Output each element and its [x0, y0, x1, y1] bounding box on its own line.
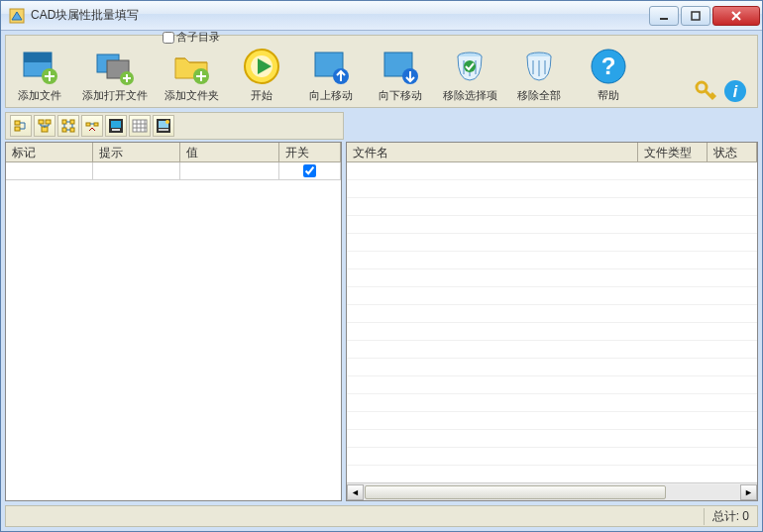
remove-selected-label: 移除选择项 — [443, 88, 497, 103]
move-up-button[interactable]: 向上移动 — [303, 47, 359, 103]
strip-btn-1[interactable] — [10, 115, 32, 137]
row-switch-checkbox[interactable] — [303, 164, 316, 177]
svg-rect-29 — [62, 120, 66, 124]
move-down-label: 向下移动 — [379, 88, 422, 103]
maximize-button[interactable] — [681, 6, 710, 26]
svg-rect-2 — [692, 12, 700, 20]
col-filetype[interactable]: 文件类型 — [638, 143, 708, 161]
app-icon — [9, 8, 25, 24]
svg-rect-37 — [112, 129, 120, 131]
add-open-file-label: 添加打开文件 — [82, 88, 148, 103]
col-switch[interactable]: 开关 — [279, 143, 341, 161]
scroll-right-button[interactable]: ► — [740, 484, 757, 500]
col-filename[interactable]: 文件名 — [347, 143, 638, 161]
remove-all-icon — [519, 47, 559, 86]
svg-rect-27 — [46, 120, 51, 124]
svg-rect-41 — [159, 129, 168, 131]
svg-rect-31 — [62, 128, 66, 132]
cell-mark[interactable] — [6, 162, 93, 179]
svg-rect-30 — [70, 120, 74, 124]
add-folder-icon — [171, 47, 211, 86]
svg-rect-34 — [94, 123, 98, 126]
svg-rect-24 — [15, 121, 20, 125]
strip-btn-4[interactable] — [81, 115, 103, 137]
strip-btn-7[interactable] — [153, 115, 174, 137]
file-list-header: 文件名 文件类型 状态 — [347, 143, 757, 162]
strip-btn-2[interactable] — [34, 115, 55, 137]
add-open-file-icon — [95, 47, 135, 86]
status-total: 总计: 0 — [704, 508, 749, 525]
move-up-icon — [311, 47, 351, 86]
help-icon: ? — [589, 47, 628, 86]
remove-selected-button[interactable]: 移除选择项 — [442, 47, 497, 103]
window-buttons — [647, 6, 760, 26]
attribute-grid-body[interactable] — [6, 162, 341, 500]
start-label: 开始 — [251, 88, 272, 103]
status-bar: 总计: 0 — [5, 505, 758, 527]
help-label: 帮助 — [598, 88, 619, 103]
key-icon[interactable] — [694, 79, 717, 103]
minimize-button[interactable] — [649, 6, 679, 26]
move-down-button[interactable]: 向下移动 — [373, 47, 428, 103]
status-total-label: 总计: — [712, 509, 739, 523]
add-folder-group: 含子目录 添加文件夹 — [163, 30, 220, 103]
cell-hint[interactable] — [93, 162, 180, 179]
remove-all-label: 移除全部 — [517, 88, 561, 103]
strip-btn-6[interactable] — [129, 115, 151, 137]
info-icon[interactable]: i — [723, 79, 747, 103]
add-file-button[interactable]: 添加文件 — [12, 47, 67, 103]
file-list-body[interactable] — [347, 162, 757, 482]
cell-switch[interactable] — [279, 162, 341, 179]
help-button[interactable]: ? 帮助 — [581, 47, 636, 103]
move-down-icon — [381, 47, 420, 86]
svg-rect-25 — [15, 127, 20, 131]
svg-rect-4 — [24, 53, 52, 62]
include-subfolders-checkbox[interactable]: 含子目录 — [163, 30, 220, 45]
scroll-thumb[interactable] — [365, 485, 666, 499]
include-subfolders-input[interactable] — [163, 32, 174, 44]
status-total-value: 0 — [742, 509, 749, 523]
svg-point-17 — [464, 60, 476, 72]
window-title: CAD块属性批量填写 — [31, 7, 647, 24]
titlebar: CAD块属性批量填写 — [1, 1, 762, 31]
horizontal-scrollbar[interactable]: ◄ ► — [347, 482, 757, 500]
start-button[interactable]: 开始 — [234, 47, 289, 103]
col-value[interactable]: 值 — [180, 143, 279, 161]
attribute-grid[interactable]: 标记 提示 值 开关 — [5, 142, 342, 501]
svg-rect-33 — [86, 123, 90, 126]
strip-btn-3[interactable] — [57, 115, 79, 137]
svg-text:?: ? — [601, 53, 616, 79]
include-subfolders-label: 含子目录 — [176, 30, 220, 45]
close-button[interactable] — [712, 6, 760, 26]
col-hint[interactable]: 提示 — [93, 143, 180, 161]
svg-rect-32 — [70, 128, 74, 132]
scroll-left-button[interactable]: ◄ — [347, 484, 364, 500]
remove-selected-icon — [450, 47, 490, 86]
toolbar-right: i — [694, 79, 747, 103]
add-folder-button[interactable]: 添加文件夹 — [164, 47, 219, 103]
svg-point-42 — [165, 120, 169, 124]
svg-rect-26 — [39, 120, 44, 124]
right-pane: 文件名 文件类型 状态 ◄ ► — [346, 142, 758, 501]
svg-text:i: i — [733, 83, 738, 100]
main-area: 标记 提示 值 开关 文件名 文 — [1, 142, 762, 505]
col-status[interactable]: 状态 — [708, 143, 757, 161]
strip-btn-5[interactable] — [105, 115, 127, 137]
attribute-grid-header: 标记 提示 值 开关 — [6, 143, 341, 162]
file-list[interactable]: 文件名 文件类型 状态 ◄ ► — [346, 142, 758, 501]
cell-value[interactable] — [180, 162, 279, 179]
remove-all-button[interactable]: 移除全部 — [511, 47, 567, 103]
secondary-toolbar — [5, 112, 344, 140]
svg-rect-36 — [111, 121, 121, 128]
add-folder-label: 添加文件夹 — [164, 88, 219, 103]
add-file-icon — [20, 47, 59, 86]
add-file-label: 添加文件 — [18, 88, 61, 103]
col-mark[interactable]: 标记 — [6, 143, 93, 161]
start-icon — [242, 47, 281, 86]
scroll-track[interactable] — [364, 484, 740, 500]
app-window: CAD块属性批量填写 添加文件 添加打开文件 含子目录 — [0, 0, 763, 532]
table-row[interactable] — [6, 162, 341, 180]
main-toolbar: 添加文件 添加打开文件 含子目录 添加文件夹 开始 — [5, 35, 758, 108]
move-up-label: 向上移动 — [309, 88, 353, 103]
add-open-file-button[interactable]: 添加打开文件 — [81, 47, 149, 103]
